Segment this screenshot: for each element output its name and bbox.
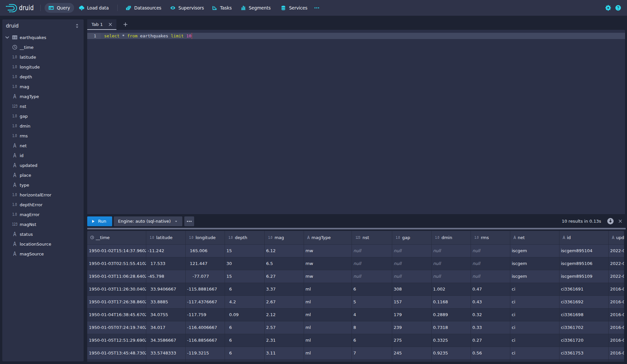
cell-depth[interactable]: 4.2 (225, 296, 265, 309)
cell-rms[interactable]: 0.33 (471, 321, 510, 334)
cell-upd[interactable]: 2022-0 (609, 257, 624, 270)
column-header-rms[interactable]: 1.0rms (471, 231, 510, 245)
nav-item-supervisors[interactable]: Supervisors (166, 3, 208, 13)
cell-depth[interactable]: 15 (225, 245, 265, 257)
chevron-down-icon[interactable] (5, 35, 10, 40)
cell-id[interactable]: ci3361753 (559, 347, 609, 360)
query-text[interactable]: select * from earthquakes limit 10 (104, 33, 192, 39)
cell-net[interactable]: ci (510, 321, 559, 334)
cell-nst[interactable]: null (352, 257, 392, 270)
cell-__time[interactable] (87, 360, 146, 362)
cell-gap[interactable]: null (392, 257, 432, 270)
cell-net[interactable]: ci (510, 309, 559, 321)
tree-item-column-magError[interactable]: 1.0magError (2, 210, 84, 219)
cell-__time[interactable]: 1950-01-05T07:24:19.740Z (87, 321, 146, 334)
query-more-button[interactable] (184, 216, 194, 226)
query-editor[interactable]: 1 select * from earthquakes limit 10 (87, 30, 625, 214)
cell-__time[interactable]: 1950-01-02T15:14:37.960Z (87, 245, 146, 257)
nav-item-services[interactable]: Services (277, 3, 311, 13)
cell-upd[interactable]: 2016-0 (609, 334, 624, 347)
column-header-upd[interactable]: Aupd (609, 231, 624, 245)
cell-nst[interactable]: 8 (352, 321, 392, 334)
cell-dmin[interactable]: 0.1168 (432, 296, 471, 309)
cell-latitude[interactable]: 34.0755 (146, 309, 186, 321)
tree-item-column-updated[interactable]: Aupdated (2, 160, 84, 170)
cell-net[interactable]: ci (510, 334, 559, 347)
tree-item-column-horizontalError[interactable]: 1.0horizontalError (2, 190, 84, 200)
cell-mag[interactable]: 6.27 (265, 270, 304, 283)
tree-item-column-net[interactable]: Anet (2, 141, 84, 151)
column-header-__time[interactable]: __time (87, 231, 146, 245)
nav-item-query[interactable]: Query (45, 3, 74, 13)
cell-latitude[interactable]: 34.3586667 (146, 334, 186, 347)
cell-magType[interactable]: ml (304, 309, 352, 321)
cell-nst[interactable]: null (352, 245, 392, 257)
cell-id[interactable]: ci3361720 (559, 334, 609, 347)
cell-longitude[interactable]: -117.4376667 (186, 296, 225, 309)
cell-id[interactable]: ci3361702 (559, 321, 609, 334)
cell-longitude[interactable]: -117.759 (186, 309, 225, 321)
cell-longitude[interactable] (186, 360, 225, 362)
cell-rms[interactable]: null (471, 245, 510, 257)
druid-logo[interactable]: druid (5, 3, 34, 13)
cell-longitude[interactable]: -115.8881667 (186, 283, 225, 296)
tree-item-datasource[interactable]: earthquakes (2, 32, 84, 42)
column-header-gap[interactable]: 1.0gap (392, 231, 432, 245)
engine-select-button[interactable]: Engine: auto (sql-native) (114, 216, 182, 226)
tree-item-column-nst[interactable]: 123nst (2, 101, 84, 111)
cell-id[interactable]: ci3361691 (559, 283, 609, 296)
cell-dmin[interactable]: null (432, 257, 471, 270)
close-results-button[interactable] (615, 216, 625, 226)
cell-longitude[interactable]: -119.3215 (186, 347, 225, 360)
cell-magType[interactable]: ml (304, 296, 352, 309)
cell-nst[interactable]: 4 (352, 309, 392, 321)
tree-item-column-__time[interactable]: __time (2, 42, 84, 52)
cell-__time[interactable]: 1950-01-03T11:26:30.040Z (87, 283, 146, 296)
cell-mag[interactable]: 6.5 (265, 257, 304, 270)
cell-nst[interactable]: null (352, 270, 392, 283)
cell-mag[interactable]: 3.37 (265, 283, 304, 296)
cell-net[interactable]: ci (510, 296, 559, 309)
cell-__time[interactable]: 1950-01-05T13:45:48.730Z (87, 347, 146, 360)
column-header-magType[interactable]: AmagType (304, 231, 352, 245)
tree-item-column-type[interactable]: Atype (2, 180, 84, 190)
settings-button[interactable] (603, 3, 613, 13)
tree-item-column-id[interactable]: Aid (2, 151, 84, 160)
cell-__time[interactable]: 1950-01-05T12:51:29.690Z (87, 334, 146, 347)
cell-dmin[interactable]: 0.2889 (432, 309, 471, 321)
tab-close-icon[interactable] (108, 22, 112, 27)
cell-gap[interactable]: 245 (392, 347, 432, 360)
cell-mag[interactable]: 6.12 (265, 245, 304, 257)
cell-longitude[interactable]: 121.447 (186, 257, 225, 270)
cell-__time[interactable]: 1950-01-03T11:06:28.640Z (87, 270, 146, 283)
tree-item-column-status[interactable]: Astatus (2, 229, 84, 239)
tree-item-column-mag[interactable]: 1.0mag (2, 82, 84, 91)
cell-longitude[interactable]: -116.8856667 (186, 334, 225, 347)
cell-upd[interactable]: 2022-0 (609, 245, 624, 257)
cell-__time[interactable]: 1950-01-03T17:26:38.860Z (87, 296, 146, 309)
cell-id[interactable]: ci3361698 (559, 309, 609, 321)
cell-upd[interactable] (609, 360, 624, 362)
column-header-latitude[interactable]: 1.0latitude (146, 231, 186, 245)
cell-dmin[interactable]: 0.7318 (432, 321, 471, 334)
editor-results-splitter[interactable] (87, 228, 626, 230)
cell-mag[interactable]: 2.57 (265, 321, 304, 334)
cell-id[interactable]: ci3361692 (559, 296, 609, 309)
cell-depth[interactable] (225, 360, 265, 362)
cell-dmin[interactable]: 0.9235 (432, 347, 471, 360)
tree-item-column-rms[interactable]: 1.0rms (2, 131, 84, 141)
cell-net[interactable]: ci (510, 347, 559, 360)
cell-latitude[interactable]: 17.533 (146, 257, 186, 270)
cell-dmin[interactable]: null (432, 270, 471, 283)
cell-id[interactable]: iscgem895104 (559, 245, 609, 257)
cell-upd[interactable]: 2022-0 (609, 270, 624, 283)
cell-upd[interactable]: 2016-0 (609, 296, 624, 309)
cell-depth[interactable]: 0.09 (225, 309, 265, 321)
cell-rms[interactable]: 0.56 (471, 347, 510, 360)
cell-__time[interactable]: 1950-01-03T02:51:55.410Z (87, 257, 146, 270)
cell-rms[interactable]: 0.32 (471, 309, 510, 321)
cell-mag[interactable]: 2.12 (265, 309, 304, 321)
cell-upd[interactable]: 2016-0 (609, 347, 624, 360)
nav-item-segments[interactable]: Segments (237, 3, 275, 13)
cell-gap[interactable]: 157 (392, 296, 432, 309)
